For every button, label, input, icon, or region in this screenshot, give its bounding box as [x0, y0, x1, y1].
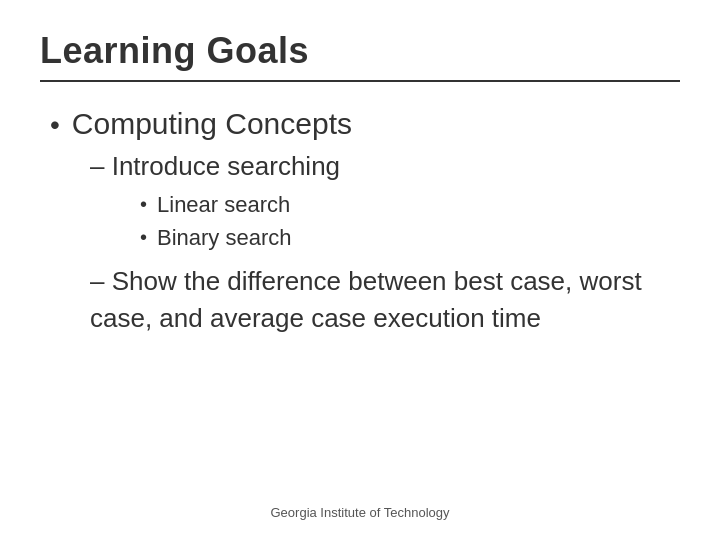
main-bullet-text: Computing Concepts — [72, 106, 352, 142]
slide-title: Learning Goals — [40, 30, 680, 72]
sub-bullet-binary: • Binary search — [140, 223, 680, 254]
main-bullet-dot: • — [50, 108, 60, 142]
main-bullet-item: • Computing Concepts — [50, 106, 680, 142]
content-area: • Computing Concepts – Introduce searchi… — [40, 106, 680, 336]
title-section: Learning Goals — [40, 30, 680, 82]
sub-bullet-dot-1: • — [140, 190, 147, 218]
sub-bullets-list: • Linear search • Binary search — [90, 190, 680, 254]
sub-bullet-text-binary: Binary search — [157, 223, 292, 254]
dash-item-show-difference: – Show the difference between best case,… — [50, 263, 680, 336]
slide-container: Learning Goals • Computing Concepts – In… — [0, 0, 720, 540]
footer-text: Georgia Institute of Technology — [0, 505, 720, 520]
sub-bullet-linear: • Linear search — [140, 190, 680, 221]
dash-item-introduce: – Introduce searching — [90, 150, 680, 184]
sub-bullet-dot-2: • — [140, 223, 147, 251]
sub-section-introduce: – Introduce searching • Linear search • … — [50, 150, 680, 253]
sub-bullet-text-linear: Linear search — [157, 190, 290, 221]
